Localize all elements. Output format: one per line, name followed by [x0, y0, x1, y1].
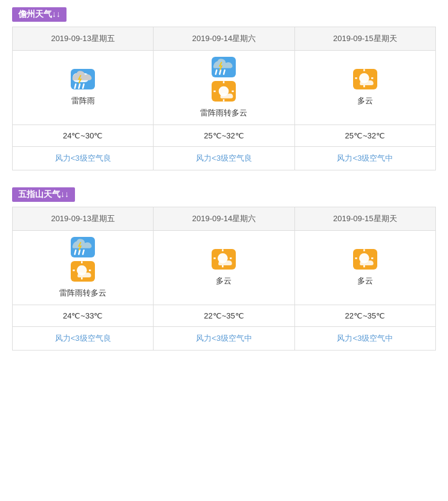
rain-icon-s1d0 [71, 69, 95, 89]
section2-date-1: 2019-09-14星期六 [154, 207, 294, 231]
svg-line-2 [79, 84, 80, 88]
section2-day2-temp: 22℃~35℃ [294, 305, 435, 327]
section2-day2-wind: 风力<3级空气中 [294, 327, 435, 351]
svg-line-17 [75, 250, 76, 254]
svg-line-3 [83, 84, 84, 88]
section1-day2-weather: 多云 [294, 51, 435, 125]
section1-day0-desc: 雷阵雨 [71, 95, 95, 106]
section1-day2-desc: 多云 [357, 95, 373, 106]
svg-line-5 [220, 70, 221, 74]
section1-day1-temp: 25℃~32℃ [154, 125, 294, 147]
section1-day1-desc: 雷阵雨转多云 [200, 108, 247, 118]
section1-day0-weather: 雷阵雨 [13, 51, 154, 125]
section1-title: 儋州天气↓↓ [18, 9, 60, 20]
section2-day0-wind: 风力<3级空气良 [13, 327, 154, 351]
section1-date-2: 2019-09-15星期天 [294, 27, 435, 51]
section2-day2-weather: 多云 [294, 231, 435, 305]
section1-day1-weather: 雷阵雨转多云 [154, 51, 294, 125]
section2-day0-temp: 24℃~33℃ [13, 305, 154, 327]
section2-title: 五指山天气↓↓ [18, 189, 69, 200]
section2-header: 五指山天气↓↓ [0, 180, 448, 207]
section2-date-0: 2019-09-13星期五 [13, 207, 154, 231]
partly-cloudy-icon-s1d2 [353, 69, 377, 89]
section2-day1-wind: 风力<3级空气中 [154, 327, 294, 351]
partly-cloudy-icon-s1d1 [212, 81, 236, 102]
rain-icon-s1d1 [212, 57, 236, 77]
section1-header: 儋州天气↓↓ [0, 0, 448, 27]
section1-day2-temp: 25℃~32℃ [294, 125, 435, 147]
partly-cloudy-icon-s2d2 [353, 249, 377, 270]
svg-line-1 [75, 84, 76, 88]
partly-cloudy-icon-s2d1 [212, 249, 236, 270]
section2-day1-temp: 22℃~35℃ [154, 305, 294, 327]
svg-line-4 [216, 70, 217, 74]
section1-date-0: 2019-09-13星期五 [13, 27, 154, 51]
svg-line-6 [224, 70, 225, 74]
section2-day0-weather: 雷阵雨转多云 [13, 231, 154, 305]
section1-day2-wind: 风力<3级空气中 [294, 147, 435, 170]
section1-day0-wind: 风力<3级空气良 [13, 147, 154, 170]
section2-date-2: 2019-09-15星期天 [294, 207, 435, 231]
partly-cloudy-icon-s2d0 [71, 261, 95, 282]
section1-day0-temp: 24℃~30℃ [13, 125, 154, 147]
rain-icon-s2d0 [71, 237, 95, 257]
section1-date-1: 2019-09-14星期六 [154, 27, 294, 51]
section2-table: 2019-09-13星期五 2019-09-14星期六 2019-09-15星期… [12, 207, 436, 351]
section2-day1-desc: 多云 [216, 276, 232, 286]
section1-table: 2019-09-13星期五 2019-09-14星期六 2019-09-15星期… [12, 27, 436, 170]
section1-day1-wind: 风力<3级空气良 [154, 147, 294, 170]
svg-line-18 [79, 250, 80, 254]
section2-day0-desc: 雷阵雨转多云 [59, 288, 106, 299]
svg-line-19 [83, 250, 84, 254]
section2-day2-desc: 多云 [357, 276, 373, 286]
section2-day1-weather: 多云 [154, 231, 294, 305]
